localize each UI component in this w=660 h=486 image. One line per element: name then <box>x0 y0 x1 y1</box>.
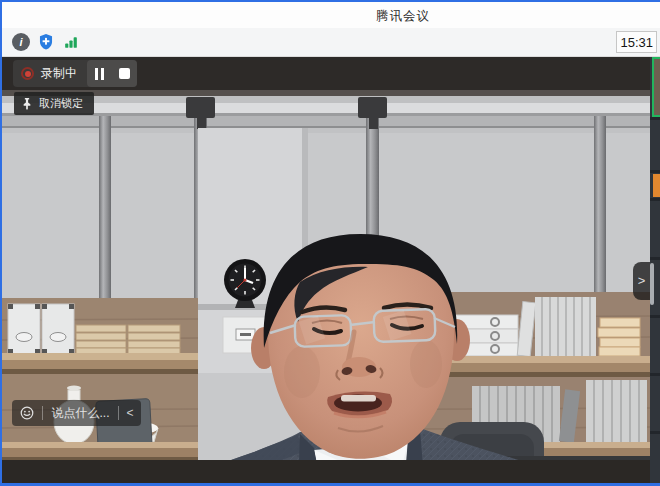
stop-icon <box>119 68 130 79</box>
chat-bar[interactable]: 说点什么... < <box>12 400 141 426</box>
recording-status-label: 录制中 <box>41 65 77 82</box>
collapsed-video-panel <box>650 57 660 483</box>
main-video: 取消锁定 说点什么... < <box>2 90 650 460</box>
chat-input-placeholder[interactable]: 说点什么... <box>43 405 118 422</box>
status-toolbar: i 15:31 <box>2 28 660 57</box>
recording-control: 录制中 <box>13 60 137 87</box>
recording-toolbar: 录制中 <box>2 57 650 90</box>
pause-icon <box>95 68 104 80</box>
shield-icon[interactable] <box>37 33 55 51</box>
video-thumbnail-partial[interactable] <box>653 174 660 197</box>
recording-status: 录制中 <box>13 65 87 82</box>
meeting-window: 腾讯会议 i 15:31 录制中 <box>0 0 660 486</box>
window-title: 腾讯会议 <box>376 8 430 25</box>
video-thumbnail-active[interactable] <box>652 57 660 117</box>
panel-scrollbar[interactable] <box>650 263 654 305</box>
chat-collapse-icon[interactable]: < <box>119 405 141 421</box>
info-icon[interactable]: i <box>12 33 30 51</box>
clock-display: 15:31 <box>616 31 657 53</box>
network-signal-icon[interactable] <box>62 33 80 51</box>
stop-recording-button[interactable] <box>112 60 137 87</box>
pin-icon <box>21 97 33 110</box>
bottom-toolbar <box>2 460 650 483</box>
unpin-button[interactable]: 取消锁定 <box>14 92 94 115</box>
titlebar[interactable]: 腾讯会议 <box>2 2 660 28</box>
ribbed-books-top <box>535 297 596 356</box>
expand-panel-button[interactable]: > <box>633 262 650 300</box>
pause-recording-button[interactable] <box>87 60 112 87</box>
record-dot-icon <box>21 67 34 80</box>
cream-book-stack <box>598 318 640 356</box>
unpin-label: 取消锁定 <box>39 96 83 111</box>
wooden-trays <box>76 325 180 354</box>
emoji-icon[interactable] <box>12 406 42 420</box>
